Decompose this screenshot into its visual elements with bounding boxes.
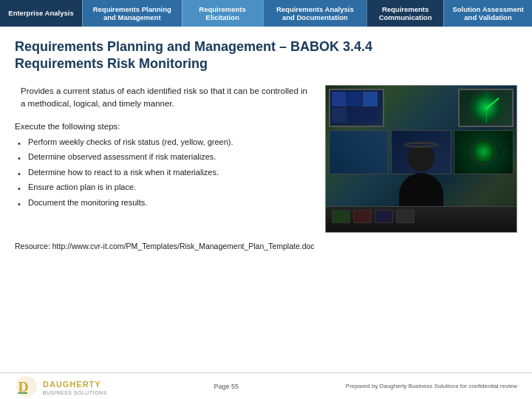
intro-text: Provides a current status of each identi… xyxy=(15,85,313,111)
list-item: • Document the monitoring results. xyxy=(15,197,313,211)
nav-label-analysis: Requirements Analysis and Documentation xyxy=(270,5,361,22)
nav-item-enterprise[interactable]: Enterprise Analysis xyxy=(0,0,82,27)
svg-text:D: D xyxy=(18,379,28,395)
nav-label-solution: Solution Assessment and Validation xyxy=(450,5,526,22)
footer-page-number: Page 55 xyxy=(214,383,239,390)
steps-title: Execute the following steps: xyxy=(15,120,313,133)
bullet-icon: • xyxy=(18,198,24,211)
image-placeholder xyxy=(326,86,516,232)
nav-item-elicitation[interactable]: Requirements Elicitation xyxy=(182,0,263,27)
logo-subtext: BUSINESS SOLUTIONS xyxy=(43,390,107,395)
nav-label-enterprise: Enterprise Analysis xyxy=(8,9,73,17)
footer: D DAUGHERTY BUSINESS SOLUTIONS Page 55 P… xyxy=(0,372,532,399)
bullet-icon: • xyxy=(18,152,24,165)
daugherty-logo-icon: D xyxy=(15,375,38,398)
step-text: Determine how to react to a risk when it… xyxy=(28,167,219,180)
footer-logo: D DAUGHERTY BUSINESS SOLUTIONS xyxy=(15,375,107,398)
step-text: Determine observed assessment if risk ma… xyxy=(28,151,216,165)
footer-prepared-by: Prepared by Daugherty Business Solutions… xyxy=(346,383,517,389)
list-item: • Determine how to react to a risk when … xyxy=(15,167,313,180)
list-item: • Determine observed assessment if risk … xyxy=(15,151,313,165)
resource-link: Resource: http://www.cvr-it.com/PM_Templ… xyxy=(15,242,517,250)
nav-item-communication[interactable]: Requirements Communication xyxy=(366,0,443,27)
bullet-icon: • xyxy=(18,168,24,180)
nav-item-solution[interactable]: Solution Assessment and Validation xyxy=(443,0,532,27)
steps-section: Execute the following steps: • Perform w… xyxy=(15,120,313,210)
content-area: Provides a current status of each identi… xyxy=(15,85,517,233)
nav-label-communication: Requirements Communication xyxy=(373,5,437,22)
nav-label-planning: Requirements Planning and Management xyxy=(89,5,176,22)
nav-item-planning[interactable]: Requirements Planning and Management xyxy=(82,0,182,27)
main-content: Requirements Planning and Management – B… xyxy=(0,27,532,267)
step-text: Ensure action plan is in place. xyxy=(28,182,136,195)
list-item: • Ensure action plan is in place. xyxy=(15,182,313,195)
step-text: Perform weekly checks of risk status (re… xyxy=(28,137,233,150)
logo-name: DAUGHERTY xyxy=(43,380,101,389)
list-item: • Perform weekly checks of risk status (… xyxy=(15,137,313,150)
content-image xyxy=(325,85,517,233)
nav-item-analysis[interactable]: Requirements Analysis and Documentation xyxy=(263,0,367,27)
step-text: Document the monitoring results. xyxy=(28,197,147,211)
steps-list: • Perform weekly checks of risk status (… xyxy=(15,137,313,211)
logo-text-group: DAUGHERTY BUSINESS SOLUTIONS xyxy=(43,377,107,395)
left-content: Provides a current status of each identi… xyxy=(15,85,313,233)
bullet-icon: • xyxy=(18,137,24,150)
nav-label-elicitation: Requirements Elicitation xyxy=(188,5,257,22)
page-title: Requirements Planning and Management – B… xyxy=(15,38,517,73)
bullet-icon: • xyxy=(18,183,24,195)
navigation-bar: Enterprise Analysis Requirements Plannin… xyxy=(0,0,532,27)
svg-rect-2 xyxy=(18,392,27,394)
